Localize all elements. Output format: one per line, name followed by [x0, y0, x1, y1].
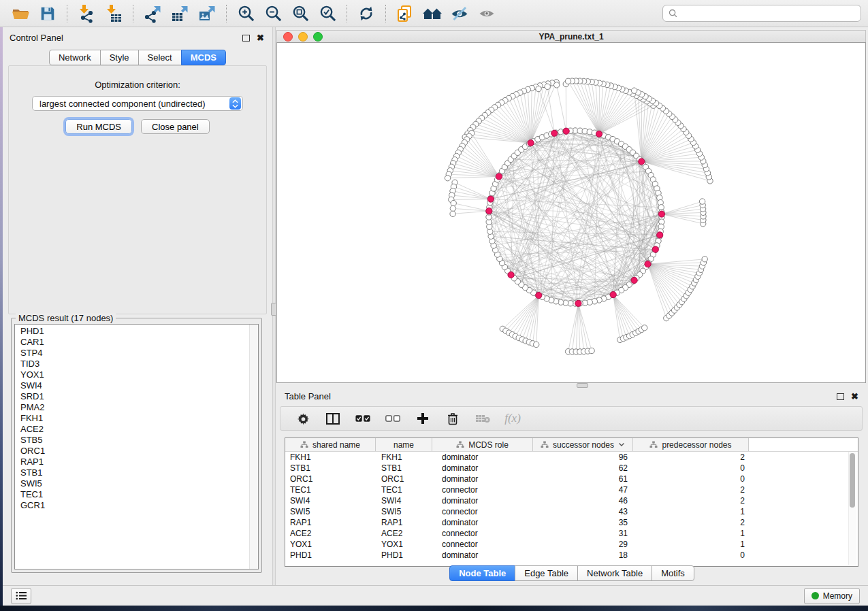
network-graph[interactable]: [277, 43, 865, 382]
table-row[interactable]: ORC1ORC1dominator610: [285, 474, 858, 484]
close-table-panel-icon[interactable]: ✖: [851, 393, 858, 400]
mcds-result-item[interactable]: SWI4: [20, 380, 249, 391]
mcds-result-item[interactable]: ACE2: [20, 424, 249, 435]
graph-leaf-node[interactable]: [534, 342, 539, 347]
network-canvas[interactable]: [276, 42, 866, 383]
mcds-result-item[interactable]: TID3: [20, 359, 249, 369]
table-tab-node-table[interactable]: Node Table: [449, 565, 515, 581]
zoom-fit-button[interactable]: [289, 3, 312, 24]
table-tab-network-table[interactable]: Network Table: [577, 565, 652, 581]
table-row[interactable]: FKH1FKH1dominator962: [285, 452, 858, 463]
table-row[interactable]: STB1STB1dominator620: [285, 463, 858, 474]
table-row[interactable]: YOX1YOX1connector291: [285, 539, 858, 550]
toolbar-search[interactable]: [662, 5, 861, 22]
mcds-result-item[interactable]: CAR1: [20, 337, 249, 348]
table-tab-edge-table[interactable]: Edge Table: [515, 565, 578, 581]
graph-hub-node[interactable]: [639, 159, 645, 165]
table-row[interactable]: PHD1PHD1dominator180: [285, 550, 858, 561]
graph-hub-node[interactable]: [652, 246, 658, 252]
graph-hub-node[interactable]: [496, 174, 502, 180]
network-window-titlebar[interactable]: YPA_prune.txt_1: [276, 30, 866, 44]
table-scrollbar[interactable]: [848, 452, 856, 565]
graph-hub-node[interactable]: [610, 292, 616, 298]
mcds-result-item[interactable]: GCR1: [20, 500, 249, 511]
hide-button[interactable]: [448, 3, 471, 24]
mcds-list-scrollbar[interactable]: [249, 325, 258, 569]
optimization-criterion-select[interactable]: largest connected component (undirected): [32, 96, 243, 111]
search-input[interactable]: [681, 8, 855, 19]
export-image-button[interactable]: [195, 3, 219, 24]
table-scrollbar-thumb[interactable]: [850, 453, 855, 508]
table-tab-motifs[interactable]: Motifs: [652, 565, 694, 581]
graph-leaf-node[interactable]: [545, 84, 550, 89]
save-session-button[interactable]: [36, 3, 59, 24]
deselect-all-rows-button[interactable]: [385, 410, 400, 427]
close-panel-icon[interactable]: ✖: [257, 35, 264, 42]
graph-hub-node[interactable]: [596, 131, 602, 137]
add-column-button[interactable]: [415, 410, 430, 427]
tab-select[interactable]: Select: [138, 50, 182, 65]
column-header-MCDS-role[interactable]: MCDS role: [432, 438, 533, 451]
mcds-result-item[interactable]: TEC1: [20, 489, 249, 500]
mcds-result-list[interactable]: PHD1CAR1STP4TID3YOX1SWI4SRD1PMA2FKH1ACE2…: [14, 324, 259, 569]
graph-leaf-node[interactable]: [699, 199, 705, 204]
graph-hub-node[interactable]: [563, 128, 569, 134]
tab-network[interactable]: Network: [49, 50, 101, 65]
delete-column-button[interactable]: [445, 410, 460, 427]
graph-hub-node[interactable]: [508, 271, 514, 278]
mcds-result-item[interactable]: RAP1: [20, 457, 249, 467]
table-row[interactable]: SWI4SWI4dominator462: [285, 495, 858, 506]
column-header-shared-name[interactable]: shared name: [285, 438, 376, 451]
graph-leaf-node[interactable]: [450, 205, 455, 211]
mcds-result-item[interactable]: PHD1: [20, 326, 249, 337]
mcds-result-item[interactable]: STP4: [20, 348, 249, 359]
table-row[interactable]: RAP1RAP1dominator352: [285, 517, 858, 528]
column-header-successor-nodes[interactable]: successor nodes: [533, 438, 633, 451]
graph-hub-node[interactable]: [658, 211, 664, 217]
column-header-predecessor-nodes[interactable]: predecessor nodes: [633, 438, 749, 451]
graph-hub-node[interactable]: [486, 208, 492, 214]
tab-mcds[interactable]: MCDS: [181, 50, 226, 65]
graph-leaf-node[interactable]: [642, 325, 647, 331]
table-settings-button[interactable]: [295, 410, 310, 427]
export-table-button[interactable]: [168, 3, 191, 24]
graph-leaf-node[interactable]: [450, 211, 455, 216]
graph-leaf-node[interactable]: [631, 88, 637, 93]
tab-style[interactable]: Style: [100, 50, 139, 65]
show-column-pane-button[interactable]: [325, 410, 340, 427]
zoom-selected-button[interactable]: [316, 3, 339, 24]
graph-hub-node[interactable]: [551, 130, 558, 136]
graph-hub-node[interactable]: [657, 232, 663, 238]
import-network-button[interactable]: [75, 3, 98, 24]
zoom-out-button[interactable]: [261, 3, 285, 24]
export-network-button[interactable]: [141, 3, 164, 24]
graph-hub-node[interactable]: [645, 261, 651, 267]
float-table-panel-icon[interactable]: [837, 393, 844, 400]
mcds-result-item[interactable]: STB5: [20, 435, 249, 446]
graph-leaf-node[interactable]: [565, 78, 570, 84]
float-panel-icon[interactable]: [242, 35, 250, 42]
close-panel-button[interactable]: Close panel: [141, 119, 210, 134]
memory-button[interactable]: Memory: [804, 588, 860, 604]
table-row[interactable]: TEC1TEC1connector472: [285, 484, 858, 495]
refresh-button[interactable]: [355, 3, 378, 24]
mcds-result-item[interactable]: YOX1: [20, 369, 249, 380]
mcds-result-item[interactable]: SWI5: [20, 478, 249, 489]
graph-leaf-node[interactable]: [589, 348, 594, 353]
column-header-name[interactable]: name: [376, 438, 432, 451]
graph-leaf-node[interactable]: [554, 82, 560, 88]
home-button[interactable]: [421, 3, 444, 24]
graph-leaf-node[interactable]: [536, 86, 541, 91]
run-mcds-button[interactable]: Run MCDS: [65, 119, 132, 134]
open-session-button[interactable]: [9, 3, 32, 24]
task-history-button[interactable]: [11, 588, 31, 604]
graph-hub-node[interactable]: [528, 140, 534, 146]
graph-leaf-node[interactable]: [451, 200, 456, 205]
graph-hub-node[interactable]: [575, 300, 581, 306]
horizontal-splitter-handle[interactable]: [577, 383, 588, 388]
show-button[interactable]: [475, 3, 498, 24]
table-row[interactable]: ACE2ACE2connector311: [285, 528, 858, 539]
graph-leaf-node[interactable]: [445, 176, 450, 181]
table-row[interactable]: SWI5SWI5connector431: [285, 506, 858, 517]
mcds-result-item[interactable]: ORC1: [20, 446, 249, 457]
